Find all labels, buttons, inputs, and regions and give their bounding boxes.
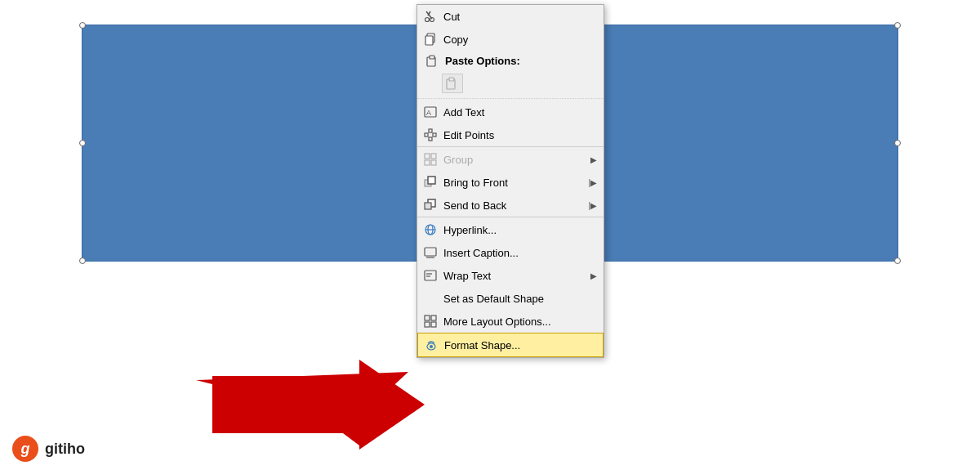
svg-rect-21 xyxy=(428,177,435,184)
svg-text:A: A xyxy=(426,109,431,117)
context-menu: Cut Copy Paste Options: A A xyxy=(416,4,604,358)
edit-points-icon xyxy=(422,127,439,143)
menu-item-send-to-back[interactable]: Send to Back |▶ xyxy=(417,194,604,217)
svg-rect-13 xyxy=(433,133,436,137)
svg-rect-19 xyxy=(431,160,436,165)
bring-to-front-arrow: |▶ xyxy=(588,178,597,187)
cut-label: Cut xyxy=(443,11,597,23)
svg-rect-17 xyxy=(431,154,436,159)
handle-top-right[interactable] xyxy=(894,22,901,29)
hyperlink-label: Hyperlink... xyxy=(443,224,597,236)
gitiho-name: gitiho xyxy=(45,441,85,458)
send-to-back-arrow: |▶ xyxy=(588,201,597,210)
group-icon xyxy=(422,151,439,168)
svg-point-37 xyxy=(430,345,433,348)
menu-item-add-text[interactable]: A Add Text xyxy=(417,101,604,123)
menu-item-more-layout[interactable]: More Layout Options... xyxy=(417,310,604,333)
canvas-area: Cut Copy Paste Options: A A xyxy=(0,0,980,470)
set-default-icon xyxy=(422,290,439,307)
svg-rect-29 xyxy=(425,271,436,280)
menu-item-wrap-text[interactable]: Wrap Text ▶ xyxy=(417,264,604,287)
bring-to-front-icon xyxy=(422,174,439,190)
wrap-text-arrow: ▶ xyxy=(590,271,597,280)
group-label: Group xyxy=(443,154,590,166)
svg-rect-27 xyxy=(425,248,436,256)
paste-options-label: Paste Options: xyxy=(445,55,520,67)
gitiho-icon: g xyxy=(12,436,38,462)
menu-item-bring-to-front[interactable]: Bring to Front |▶ xyxy=(417,171,604,194)
handle-middle-right[interactable] xyxy=(894,140,901,146)
handle-bottom-left[interactable] xyxy=(79,257,86,264)
svg-rect-16 xyxy=(425,154,430,159)
add-text-icon: A xyxy=(422,104,439,120)
hyperlink-icon xyxy=(422,222,439,238)
wrap-text-label: Wrap Text xyxy=(443,270,590,282)
svg-point-2 xyxy=(425,18,430,22)
svg-rect-7 xyxy=(430,56,434,59)
handle-middle-left[interactable] xyxy=(79,140,86,146)
red-arrow xyxy=(196,356,441,454)
menu-item-copy[interactable]: Copy xyxy=(417,28,604,51)
svg-rect-14 xyxy=(425,133,428,137)
paste-header-icon xyxy=(424,52,440,69)
set-default-label: Set as Default Shape xyxy=(443,293,597,305)
menu-item-format-shape[interactable]: Format Shape... xyxy=(417,333,604,357)
add-text-label: Add Text xyxy=(443,106,597,119)
wrap-text-icon xyxy=(422,267,439,284)
svg-rect-34 xyxy=(425,322,430,327)
send-to-back-icon xyxy=(422,197,439,213)
paste-options-header: Paste Options: xyxy=(417,51,604,70)
insert-caption-label: Insert Caption... xyxy=(443,247,597,259)
insert-caption-icon xyxy=(422,244,439,261)
more-layout-label: More Layout Options... xyxy=(443,316,597,328)
menu-item-set-default[interactable]: Set as Default Shape xyxy=(417,287,604,310)
format-shape-label: Format Shape... xyxy=(444,339,596,351)
svg-rect-9 xyxy=(449,78,454,81)
paste-icon-box xyxy=(442,74,463,93)
svg-rect-12 xyxy=(429,129,432,132)
svg-rect-33 xyxy=(431,316,436,320)
svg-rect-35 xyxy=(431,322,436,327)
send-to-back-label: Send to Back xyxy=(443,199,588,212)
group-arrow: ▶ xyxy=(590,155,597,164)
svg-rect-32 xyxy=(425,316,430,320)
copy-label: Copy xyxy=(443,34,597,46)
copy-icon xyxy=(422,31,439,47)
paste-icon-area xyxy=(417,70,604,99)
menu-item-edit-points[interactable]: Edit Points xyxy=(417,123,604,147)
edit-points-label: Edit Points xyxy=(443,129,597,141)
svg-rect-23 xyxy=(425,203,431,209)
svg-rect-18 xyxy=(425,160,430,165)
cut-icon xyxy=(422,8,439,25)
handle-bottom-right[interactable] xyxy=(894,257,901,264)
handle-top-left[interactable] xyxy=(79,22,86,29)
menu-item-group[interactable]: Group ▶ xyxy=(417,148,604,171)
more-layout-icon xyxy=(422,313,439,329)
gitiho-logo: g gitiho xyxy=(12,436,85,462)
menu-item-cut[interactable]: Cut xyxy=(417,5,604,28)
menu-item-insert-caption[interactable]: Insert Caption... xyxy=(417,241,604,264)
svg-rect-5 xyxy=(425,36,433,45)
menu-item-hyperlink[interactable]: Hyperlink... xyxy=(417,218,604,241)
svg-rect-15 xyxy=(429,137,432,141)
bring-to-front-label: Bring to Front xyxy=(443,177,588,189)
format-shape-icon xyxy=(423,337,439,353)
